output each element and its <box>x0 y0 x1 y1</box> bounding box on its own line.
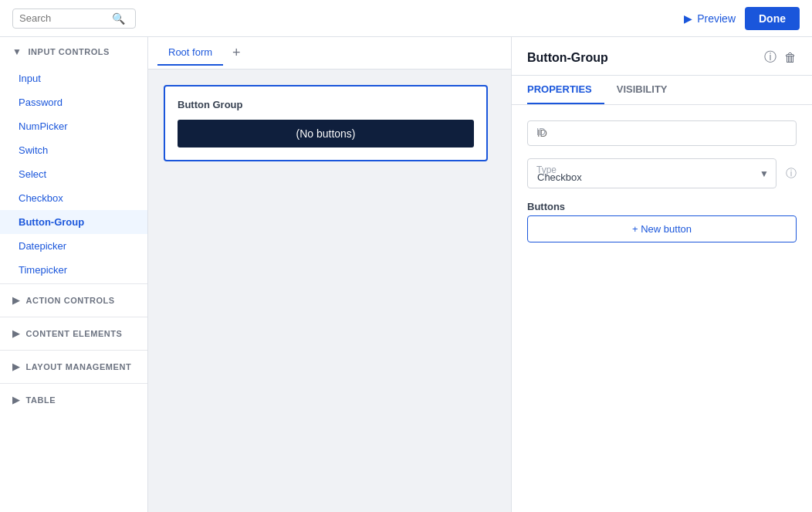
preview-button[interactable]: ▶ Preview <box>684 12 736 25</box>
buttons-label: Buttons <box>527 201 797 212</box>
right-panel-header: Button-Group ⓘ 🗑 <box>512 37 812 76</box>
type-field-group: Type Checkbox Radio Toggle ▼ ⓘ <box>527 158 797 188</box>
sidebar-section-label-layout-management: LAYOUT MANAGEMENT <box>26 362 132 371</box>
sidebar-item-input[interactable]: Input <box>0 66 147 90</box>
sidebar-section-header-input-controls[interactable]: ▼ INPUT CONTROLS <box>0 37 147 66</box>
sidebar-section-layout-management: ▶ LAYOUT MANAGEMENT <box>0 352 147 381</box>
search-icon[interactable]: 🔍 <box>112 12 125 25</box>
chevron-down-icon: ▼ <box>12 46 22 57</box>
sidebar-item-button-group[interactable]: Button-Group <box>0 210 147 234</box>
tab-visibility[interactable]: VISIBILITY <box>617 76 680 104</box>
sidebar-section-header-action-controls[interactable]: ▶ ACTION CONTROLS <box>0 286 147 315</box>
chevron-right-icon-2: ▶ <box>12 328 20 339</box>
type-info-button[interactable]: ⓘ <box>786 167 797 181</box>
tab-root-form-label: Root form <box>168 46 212 58</box>
new-button-button[interactable]: + New button <box>527 215 797 242</box>
canvas-wrapper: Root form + Button Group (No buttons) <box>148 37 511 512</box>
type-select-wrapper: Type Checkbox Radio Toggle ▼ <box>527 158 776 188</box>
search-input[interactable] <box>19 12 112 24</box>
right-panel-tabs: PROPERTIES VISIBILITY <box>512 76 812 105</box>
sidebar-section-content-elements: ▶ CONTENT ELEMENTS <box>0 319 147 348</box>
sidebar-section-header-table[interactable]: ▶ TABLE <box>0 385 147 415</box>
top-bar: 🔍 ▶ Preview Done <box>0 0 812 37</box>
sidebar-item-checkbox[interactable]: Checkbox <box>0 186 147 210</box>
sidebar: ▼ INPUT CONTROLS Input Password NumPicke… <box>0 37 148 512</box>
buttons-section: Buttons + New button <box>527 201 797 242</box>
sidebar-item-numpicker[interactable]: NumPicker <box>0 114 147 138</box>
canvas-widget-button-group[interactable]: Button Group (No buttons) <box>164 85 488 161</box>
sidebar-item-datepicker[interactable]: Datepicker <box>0 234 147 258</box>
canvas-content: Button Group (No buttons) <box>148 70 511 512</box>
right-panel-body: ID Type Checkbox Radio Toggle ▼ ⓘ <box>512 105 812 512</box>
sidebar-item-select[interactable]: Select <box>0 162 147 186</box>
sidebar-item-timepicker[interactable]: Timepicker <box>0 258 147 282</box>
search-box: 🔍 <box>12 8 136 29</box>
preview-icon: ▶ <box>684 12 692 25</box>
right-panel-icons: ⓘ 🗑 <box>764 49 797 66</box>
tab-root-form[interactable]: Root form <box>157 40 223 66</box>
delete-icon-button[interactable]: 🗑 <box>784 51 797 65</box>
tab-properties[interactable]: PROPERTIES <box>527 76 604 104</box>
sidebar-item-switch[interactable]: Switch <box>0 138 147 162</box>
sidebar-item-password[interactable]: Password <box>0 90 147 114</box>
sidebar-section-header-content-elements[interactable]: ▶ CONTENT ELEMENTS <box>0 319 147 348</box>
right-panel-title: Button-Group <box>527 51 608 65</box>
top-bar-right: ▶ Preview Done <box>684 7 800 30</box>
chevron-right-icon: ▶ <box>12 295 20 306</box>
canvas-widget-title: Button Group <box>178 99 474 110</box>
main-layout: ▼ INPUT CONTROLS Input Password NumPicke… <box>0 37 812 512</box>
add-tab-button[interactable]: + <box>226 42 247 64</box>
done-button[interactable]: Done <box>745 7 800 30</box>
sidebar-section-label-content-elements: CONTENT ELEMENTS <box>26 329 123 338</box>
sidebar-section-header-layout-management[interactable]: ▶ LAYOUT MANAGEMENT <box>0 352 147 381</box>
sidebar-section-label-action-controls: ACTION CONTROLS <box>26 296 115 305</box>
info-icon-button[interactable]: ⓘ <box>764 49 776 66</box>
sidebar-section-label-input-controls: INPUT CONTROLS <box>28 47 109 56</box>
id-field-group: ID <box>527 120 797 146</box>
sidebar-section-table: ▶ TABLE <box>0 385 147 415</box>
form-tabs-bar: Root form + <box>148 37 511 70</box>
id-input[interactable] <box>527 120 797 146</box>
sidebar-section-label-table: TABLE <box>26 395 56 405</box>
chevron-right-icon-3: ▶ <box>12 361 20 372</box>
sidebar-section-input-controls: ▼ INPUT CONTROLS Input Password NumPicke… <box>0 37 147 282</box>
no-buttons-placeholder: (No buttons) <box>178 120 474 147</box>
chevron-right-icon-4: ▶ <box>12 395 20 405</box>
right-panel: Button-Group ⓘ 🗑 PROPERTIES VISIBILITY I… <box>511 37 812 512</box>
type-row: Type Checkbox Radio Toggle ▼ ⓘ <box>527 158 797 188</box>
sidebar-section-action-controls: ▶ ACTION CONTROLS <box>0 286 147 315</box>
type-select[interactable]: Checkbox Radio Toggle <box>527 158 776 188</box>
preview-label: Preview <box>697 12 736 25</box>
